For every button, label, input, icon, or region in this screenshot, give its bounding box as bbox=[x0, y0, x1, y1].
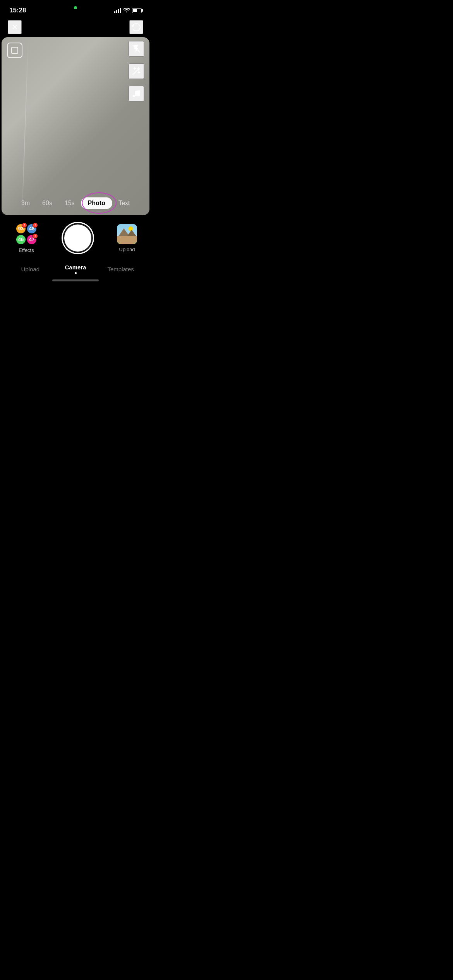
format-button[interactable] bbox=[7, 43, 22, 58]
effect-bubble-2: 48 ! bbox=[26, 223, 37, 234]
home-bar bbox=[52, 279, 99, 281]
signal-icon bbox=[114, 8, 121, 13]
effects-icons: 93 ! 48 ! 46 47 ! bbox=[14, 223, 39, 245]
svg-line-1 bbox=[133, 70, 137, 75]
mode-15s[interactable]: 15s bbox=[58, 197, 81, 209]
green-dot-indicator bbox=[74, 6, 77, 9]
nav-active-dot bbox=[75, 272, 77, 274]
mode-text[interactable]: Text bbox=[112, 197, 136, 209]
music-button[interactable] bbox=[129, 86, 144, 101]
camera-controls: 93 ! 48 ! 46 47 ! Effects bbox=[0, 215, 151, 257]
camera-viewfinder: 3m 60s 15s Photo Text bbox=[2, 37, 149, 215]
viewfinder-right-controls bbox=[129, 41, 144, 101]
effect-bubble-4: 47 ! bbox=[26, 234, 37, 245]
upload-thumbnail bbox=[117, 224, 137, 244]
nav-camera-label: Camera bbox=[65, 264, 86, 271]
svg-point-2 bbox=[133, 95, 135, 97]
nav-templates-label: Templates bbox=[107, 266, 134, 272]
home-indicator bbox=[0, 276, 151, 283]
upload-media-button[interactable]: Upload bbox=[117, 224, 137, 252]
nav-upload-label: Upload bbox=[21, 266, 40, 272]
battery-icon bbox=[132, 8, 142, 13]
status-icons bbox=[114, 8, 142, 14]
upload-label: Upload bbox=[119, 247, 135, 252]
bottom-navigation: Upload Camera Templates bbox=[0, 259, 151, 276]
close-button[interactable]: ✕ bbox=[8, 20, 22, 34]
effects-label: Effects bbox=[19, 247, 34, 253]
mode-60s[interactable]: 60s bbox=[36, 197, 58, 209]
flash-button[interactable] bbox=[129, 41, 144, 57]
mode-3m[interactable]: 3m bbox=[15, 197, 36, 209]
shutter-inner bbox=[65, 226, 90, 250]
status-bar: 15:28 bbox=[0, 0, 151, 19]
nav-templates[interactable]: Templates bbox=[98, 266, 143, 272]
shutter-button[interactable] bbox=[63, 223, 93, 253]
status-time: 15:28 bbox=[9, 7, 26, 14]
nav-camera[interactable]: Camera bbox=[53, 264, 98, 274]
effect-bubble-1: 93 ! bbox=[15, 223, 26, 234]
effects-button[interactable]: 93 ! 48 ! 46 47 ! Effects bbox=[14, 223, 39, 253]
svg-point-3 bbox=[137, 94, 140, 96]
magic-wand-button[interactable] bbox=[129, 63, 144, 79]
effect-bubble-3: 46 bbox=[15, 234, 26, 245]
top-controls: ✕ bbox=[0, 19, 151, 37]
nav-upload[interactable]: Upload bbox=[8, 266, 53, 272]
mode-selector: 3m 60s 15s Photo Text bbox=[2, 197, 149, 209]
flip-camera-button[interactable] bbox=[129, 20, 143, 34]
wifi-icon bbox=[124, 8, 130, 14]
mode-photo[interactable]: Photo bbox=[81, 197, 112, 209]
